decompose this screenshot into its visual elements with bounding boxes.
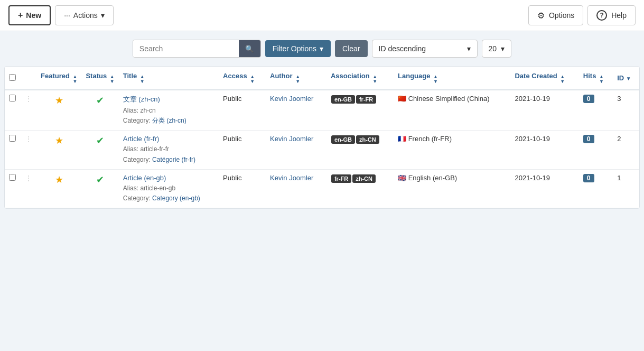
association-badge[interactable]: en-GB (331, 95, 355, 104)
date-created-cell: 2021-10-19 (510, 169, 578, 208)
search-submit-button[interactable]: 🔍 (239, 40, 260, 57)
category-link[interactable]: Catégorie (fr-fr) (152, 156, 195, 163)
hits-cell: 0 (579, 90, 613, 131)
clear-label: Clear (342, 44, 360, 53)
author-link[interactable]: Kevin Joomler (270, 174, 313, 182)
language-flag: 🇬🇧 (398, 174, 406, 182)
toolbar-left: + New ··· Actions ▾ (8, 5, 114, 25)
language-cell: 🇬🇧 English (en-GB) (394, 169, 510, 208)
access-cell: Public (219, 90, 266, 131)
language-header[interactable]: Language ▲▼ (394, 67, 510, 90)
access-cell: Public (219, 169, 266, 208)
language-flag: 🇨🇳 (398, 95, 406, 103)
association-cell: fr-FRzh-CN (326, 169, 394, 208)
sort-chevron-down-icon: ▾ (467, 44, 471, 53)
category-link[interactable]: Category (en-gb) (152, 195, 200, 202)
drag-handle[interactable]: ⋮ (21, 169, 36, 208)
drag-handle[interactable]: ⋮ (21, 90, 36, 131)
new-label: New (26, 11, 41, 20)
access-header[interactable]: Access ▲▼ (219, 67, 266, 90)
author-header[interactable]: Author ▲▼ (266, 67, 326, 90)
author-cell: Kevin Joomler (266, 169, 326, 208)
select-all-header[interactable] (5, 67, 21, 90)
status-cell[interactable]: ✔ (81, 131, 118, 169)
articles-table-container: Featured ▲▼ Status ▲▼ Title ▲▼ Access ▲▼… (4, 66, 640, 209)
clear-button[interactable]: Clear (335, 40, 367, 57)
featured-cell[interactable]: ★ (36, 90, 81, 131)
filter-options-button[interactable]: Filter Options ▾ (265, 40, 331, 57)
featured-cell[interactable]: ★ (36, 131, 81, 169)
association-badge[interactable]: zh-CN (356, 135, 379, 144)
date-created-cell: 2021-10-19 (510, 90, 578, 131)
hits-badge: 0 (583, 174, 594, 182)
actions-button[interactable]: ··· Actions ▾ (55, 5, 114, 25)
id-header[interactable]: ID ▼ (613, 67, 639, 90)
new-button[interactable]: + New (8, 5, 51, 25)
id-sort-desc-icon: ▼ (626, 76, 631, 81)
per-page-select[interactable]: 20 ▾ (482, 40, 512, 58)
author-link[interactable]: Kevin Joomler (270, 95, 313, 103)
published-icon: ✔ (96, 135, 104, 146)
articles-table: Featured ▲▼ Status ▲▼ Title ▲▼ Access ▲▼… (5, 67, 639, 208)
help-button[interactable]: ? Help (587, 5, 636, 25)
sort-select[interactable]: ID descending ▾ (372, 40, 478, 58)
toolbar-right: ⚙ Options ? Help (528, 5, 636, 25)
drag-handle[interactable]: ⋮ (21, 131, 36, 169)
access-sort-icon: ▲▼ (250, 75, 255, 84)
author-sort-icon: ▲▼ (295, 75, 300, 84)
status-sort-icon: ▲▼ (110, 75, 115, 84)
id-cell: 3 (613, 90, 639, 131)
table-row: ⋮★✔ Article (en-gb) Alias: article-en-gb… (5, 169, 639, 208)
featured-header[interactable]: Featured ▲▼ (36, 67, 81, 90)
star-icon: ★ (55, 135, 63, 146)
options-button[interactable]: ⚙ Options (528, 5, 583, 25)
association-badge[interactable]: fr-FR (331, 174, 351, 183)
association-badge[interactable]: en-GB (331, 135, 355, 144)
hits-badge: 0 (583, 135, 594, 143)
article-title-link[interactable]: 文章 (zh-cn) (123, 95, 160, 103)
select-all-checkbox[interactable] (9, 74, 16, 81)
search-bar: 🔍 Filter Options ▾ Clear ID descending ▾… (0, 31, 644, 66)
hits-cell: 0 (579, 131, 613, 169)
status-cell[interactable]: ✔ (81, 90, 118, 131)
table-row: ⋮★✔ Article (fr-fr) Alias: article-fr-fr… (5, 131, 639, 169)
association-badge[interactable]: fr-FR (356, 95, 376, 104)
status-cell[interactable]: ✔ (81, 169, 118, 208)
row-checkbox[interactable] (9, 95, 16, 101)
association-header[interactable]: Association ▲▼ (326, 67, 394, 90)
star-icon: ★ (55, 174, 63, 185)
category-link[interactable]: 分类 (zh-cn) (152, 117, 186, 124)
id-cell: 2 (613, 131, 639, 169)
language-cell: 🇨🇳 Chinese Simplified (China) (394, 90, 510, 131)
star-icon: ★ (55, 95, 63, 106)
access-cell: Public (219, 131, 266, 169)
row-checkbox[interactable] (9, 135, 16, 142)
table-row: ⋮★✔ 文章 (zh-cn) Alias: zh-cn Category: 分类… (5, 90, 639, 131)
date-sort-icon: ▲▼ (560, 75, 565, 84)
association-badge[interactable]: zh-CN (352, 174, 376, 183)
featured-cell[interactable]: ★ (36, 169, 81, 208)
language-name: French (fr-FR) (408, 135, 452, 143)
hits-sort-icon: ▲▼ (599, 75, 604, 84)
toolbar: + New ··· Actions ▾ ⚙ Options ? Help (0, 0, 644, 31)
article-meta: Alias: article-fr-fr Category: Catégorie… (123, 144, 214, 164)
title-cell: 文章 (zh-cn) Alias: zh-cn Category: 分类 (zh… (119, 90, 219, 131)
title-cell: Article (fr-fr) Alias: article-fr-fr Cat… (119, 131, 219, 169)
article-title-link[interactable]: Article (fr-fr) (123, 135, 160, 143)
hits-header[interactable]: Hits ▲▼ (579, 67, 613, 90)
id-cell: 1 (613, 169, 639, 208)
title-header[interactable]: Title ▲▼ (119, 67, 219, 90)
date-created-cell: 2021-10-19 (510, 131, 578, 169)
drag-dots-icon: ⋮ (25, 135, 32, 143)
status-header[interactable]: Status ▲▼ (81, 67, 118, 90)
published-icon: ✔ (96, 95, 104, 106)
association-cell: en-GBzh-CN (326, 131, 394, 169)
article-meta: Alias: zh-cn Category: 分类 (zh-cn) (123, 106, 214, 126)
search-input[interactable] (133, 40, 239, 57)
row-checkbox[interactable] (9, 174, 16, 181)
association-cell: en-GBfr-FR (326, 90, 394, 131)
author-link[interactable]: Kevin Joomler (270, 135, 313, 143)
article-title-link[interactable]: Article (en-gb) (123, 174, 166, 182)
date-created-header[interactable]: Date Created ▲▼ (510, 67, 578, 90)
search-input-wrap: 🔍 (133, 40, 261, 58)
